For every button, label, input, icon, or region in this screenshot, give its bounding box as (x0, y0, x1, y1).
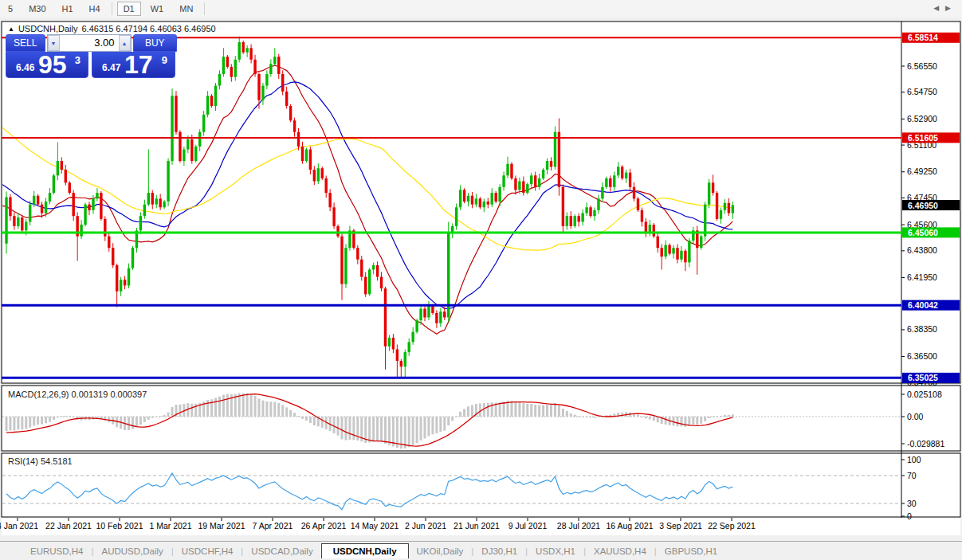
macd-histogram-bar (590, 417, 592, 417)
candle-body (41, 205, 43, 213)
chart-tab-dj30[interactable]: DJ30,H1 (473, 544, 525, 558)
candle-body (419, 309, 422, 321)
candle-body (80, 225, 82, 237)
chart-tab-ukoil[interactable]: UKOil,Daily (409, 544, 472, 558)
candle-body (301, 147, 304, 161)
price-axis-label: 6.49250 (907, 166, 937, 176)
macd-histogram-bar (538, 405, 540, 417)
candle-body (431, 306, 434, 313)
macd-histogram-bar (368, 417, 371, 442)
candle-body (593, 210, 595, 216)
macd-histogram-bar (510, 401, 512, 417)
macd-histogram-bar (214, 398, 217, 417)
macd-histogram-bar (621, 413, 623, 417)
macd-histogram-bar (499, 402, 501, 417)
candle-body (163, 202, 165, 207)
candle-body (672, 248, 674, 253)
candle-body (21, 217, 23, 230)
macd-histogram-bar (392, 417, 395, 447)
macd-histogram-bar (677, 417, 679, 426)
macd-histogram-bar (21, 417, 23, 429)
price-axis-label: 6.52900 (907, 114, 937, 123)
candle-body (159, 198, 161, 207)
chart-tab-xauusd[interactable]: XAUUSD,H4 (586, 544, 654, 558)
chart-tab-gbpusd[interactable]: GBPUSD,H1 (657, 544, 725, 558)
candle-body (120, 280, 122, 292)
macd-histogram-bar (435, 417, 438, 433)
macd-histogram-bar (9, 417, 11, 430)
candle-body (69, 182, 71, 193)
candle-body (100, 193, 102, 219)
candle-body (13, 216, 15, 226)
candle-body (585, 207, 587, 213)
macd-histogram-bar (680, 417, 682, 426)
candle-body (179, 132, 181, 161)
candle-body (728, 203, 730, 213)
candle-body (305, 150, 308, 162)
bid-price-big-digits: 95 (38, 52, 67, 78)
tab-scroll-arrows[interactable]: ◀▶ (933, 4, 957, 12)
candle-body (566, 216, 568, 226)
candle-body (471, 196, 473, 205)
macd-histogram-bar (479, 403, 481, 417)
candle-body (317, 168, 320, 181)
candle-body (147, 193, 150, 205)
chart-tab-audusd[interactable]: AUDUSD,Daily (93, 544, 171, 558)
price-badge-value: 6.35025 (908, 373, 938, 382)
candle-body (633, 187, 635, 199)
macd-axis-label: 0.00 (907, 412, 924, 421)
macd-histogram-bar (530, 404, 532, 417)
macd-histogram-bar (716, 417, 718, 417)
candle-body (53, 175, 55, 193)
macd-histogram-bar (728, 415, 730, 417)
macd-histogram-bar (242, 393, 245, 417)
candle-body (33, 196, 35, 205)
macd-histogram-bar (514, 401, 516, 417)
buy-button[interactable]: BUY (133, 34, 177, 52)
candle-body (510, 164, 512, 178)
candle-body (483, 202, 485, 207)
macd-histogram-bar (143, 417, 146, 422)
date-axis-label: 2 Jun 2021 (405, 521, 446, 531)
macd-histogram-bar (542, 405, 544, 417)
macd-histogram-bar (427, 417, 430, 436)
candle-body (37, 196, 39, 205)
price-axis-label: 6.41950 (907, 272, 937, 282)
candle-body (218, 74, 221, 86)
macd-histogram-bar (65, 416, 67, 417)
macd-histogram-bar (408, 417, 410, 447)
bid-price-panel[interactable]: 6.46 95 3 (6, 52, 88, 78)
candle-body (202, 115, 205, 132)
candle-body (309, 150, 312, 170)
macd-histogram-bar (250, 394, 253, 417)
macd-histogram-bar (724, 415, 726, 417)
candle-body (574, 216, 576, 226)
chart-tab-eurusd[interactable]: EURUSD,H4 (22, 544, 91, 558)
chart-tab-usdx[interactable]: USDX,H1 (528, 544, 583, 558)
candle-body (340, 237, 343, 284)
macd-histogram-bar (380, 417, 383, 441)
ask-price-panel[interactable]: 6.47 17 9 (92, 52, 175, 78)
macd-histogram-bar (550, 405, 552, 417)
candle-body (183, 150, 185, 162)
macd-histogram-bar (226, 394, 229, 417)
date-axis-label: 3 Sep 2021 (659, 521, 702, 531)
macd-histogram-bar (720, 416, 722, 417)
price-axis-label: 6.54750 (907, 87, 937, 96)
candle-body (439, 311, 442, 323)
price-badge-value: 6.51605 (908, 133, 938, 143)
lot-increase-button[interactable]: ▲ (119, 35, 131, 51)
price-chart-canvas[interactable]: 6.565506.547506.529006.511006.492506.474… (0, 0, 962, 541)
sell-button[interactable]: SELL (6, 34, 45, 52)
chart-tab-usdcad[interactable]: USDCAD,Daily (243, 544, 320, 558)
lot-decrease-button[interactable]: ▼ (48, 35, 60, 51)
rsi-axis-label: 70 (907, 471, 917, 480)
chart-tab-usdchf[interactable]: USDCHF,H4 (174, 544, 241, 558)
lot-size-input[interactable]: 3.00 (60, 35, 119, 51)
candle-body (245, 48, 248, 52)
chart-tab-usdcnh[interactable]: USDCNH,Daily (321, 543, 409, 558)
macd-histogram-bar (352, 417, 355, 440)
candle-body (372, 265, 375, 269)
macd-histogram-bar (159, 416, 162, 417)
candle-body (526, 184, 528, 193)
